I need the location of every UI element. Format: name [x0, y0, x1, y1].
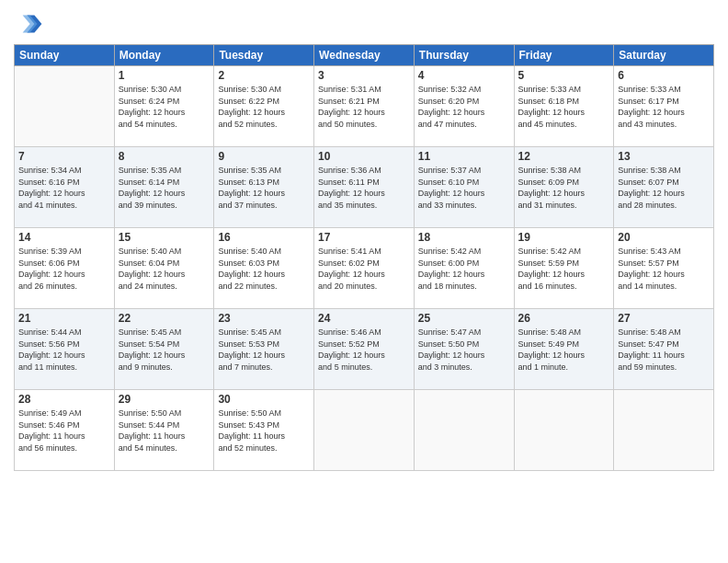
day-info: Sunrise: 5:40 AM Sunset: 6:03 PM Dayligh… [218, 246, 310, 292]
page: SundayMondayTuesdayWednesdayThursdayFrid… [0, 0, 728, 563]
day-info: Sunrise: 5:38 AM Sunset: 6:07 PM Dayligh… [618, 165, 710, 211]
day-info: Sunrise: 5:34 AM Sunset: 6:16 PM Dayligh… [18, 165, 110, 211]
day-info: Sunrise: 5:32 AM Sunset: 6:20 PM Dayligh… [418, 84, 510, 130]
calendar-cell: 10Sunrise: 5:36 AM Sunset: 6:11 PM Dayli… [314, 147, 415, 228]
calendar-cell: 2Sunrise: 5:30 AM Sunset: 6:22 PM Daylig… [214, 66, 314, 147]
day-header-tuesday: Tuesday [214, 45, 314, 66]
day-number: 1 [119, 69, 210, 82]
day-number: 6 [618, 69, 710, 82]
day-number: 23 [218, 312, 310, 325]
calendar-table: SundayMondayTuesdayWednesdayThursdayFrid… [14, 44, 714, 471]
header [14, 9, 714, 39]
day-number: 27 [618, 312, 710, 325]
day-number: 29 [119, 393, 210, 406]
calendar-cell: 12Sunrise: 5:38 AM Sunset: 6:09 PM Dayli… [514, 147, 614, 228]
calendar-cell: 25Sunrise: 5:47 AM Sunset: 5:50 PM Dayli… [414, 309, 514, 390]
day-header-saturday: Saturday [614, 45, 714, 66]
calendar-cell: 30Sunrise: 5:50 AM Sunset: 5:43 PM Dayli… [214, 390, 314, 471]
calendar-cell [514, 390, 614, 471]
day-info: Sunrise: 5:42 AM Sunset: 5:59 PM Dayligh… [518, 246, 610, 292]
calendar-cell [15, 66, 115, 147]
day-number: 15 [119, 231, 210, 244]
calendar-cell: 14Sunrise: 5:39 AM Sunset: 6:06 PM Dayli… [15, 228, 115, 309]
day-number: 2 [218, 69, 310, 82]
day-info: Sunrise: 5:35 AM Sunset: 6:14 PM Dayligh… [119, 165, 210, 211]
day-number: 26 [518, 312, 610, 325]
day-header-sunday: Sunday [15, 45, 115, 66]
day-number: 10 [318, 150, 410, 163]
day-number: 4 [418, 69, 510, 82]
day-number: 20 [618, 231, 710, 244]
calendar-cell [614, 390, 714, 471]
day-info: Sunrise: 5:37 AM Sunset: 6:10 PM Dayligh… [418, 165, 510, 211]
calendar-cell: 27Sunrise: 5:48 AM Sunset: 5:47 PM Dayli… [614, 309, 714, 390]
day-number: 12 [518, 150, 610, 163]
day-info: Sunrise: 5:33 AM Sunset: 6:17 PM Dayligh… [618, 84, 710, 130]
calendar-cell: 20Sunrise: 5:43 AM Sunset: 5:57 PM Dayli… [614, 228, 714, 309]
day-number: 21 [18, 312, 110, 325]
day-info: Sunrise: 5:45 AM Sunset: 5:54 PM Dayligh… [119, 327, 210, 373]
calendar-cell: 13Sunrise: 5:38 AM Sunset: 6:07 PM Dayli… [614, 147, 714, 228]
day-info: Sunrise: 5:49 AM Sunset: 5:46 PM Dayligh… [18, 408, 110, 454]
day-number: 22 [119, 312, 210, 325]
day-info: Sunrise: 5:40 AM Sunset: 6:04 PM Dayligh… [119, 246, 210, 292]
day-number: 18 [418, 231, 510, 244]
calendar-cell: 26Sunrise: 5:48 AM Sunset: 5:49 PM Dayli… [514, 309, 614, 390]
day-number: 28 [18, 393, 110, 406]
calendar-cell [314, 390, 415, 471]
day-info: Sunrise: 5:35 AM Sunset: 6:13 PM Dayligh… [218, 165, 310, 211]
day-number: 5 [518, 69, 610, 82]
calendar-cell: 5Sunrise: 5:33 AM Sunset: 6:18 PM Daylig… [514, 66, 614, 147]
day-info: Sunrise: 5:41 AM Sunset: 6:02 PM Dayligh… [318, 246, 410, 292]
day-info: Sunrise: 5:43 AM Sunset: 5:57 PM Dayligh… [618, 246, 710, 292]
day-number: 7 [18, 150, 110, 163]
day-info: Sunrise: 5:46 AM Sunset: 5:52 PM Dayligh… [318, 327, 410, 373]
day-number: 19 [518, 231, 610, 244]
calendar-cell: 24Sunrise: 5:46 AM Sunset: 5:52 PM Dayli… [314, 309, 415, 390]
day-info: Sunrise: 5:47 AM Sunset: 5:50 PM Dayligh… [418, 327, 510, 373]
calendar-cell: 18Sunrise: 5:42 AM Sunset: 6:00 PM Dayli… [414, 228, 514, 309]
logo-icon [14, 9, 43, 39]
day-number: 24 [318, 312, 410, 325]
calendar-cell: 11Sunrise: 5:37 AM Sunset: 6:10 PM Dayli… [414, 147, 514, 228]
calendar-cell: 7Sunrise: 5:34 AM Sunset: 6:16 PM Daylig… [15, 147, 115, 228]
calendar-cell: 9Sunrise: 5:35 AM Sunset: 6:13 PM Daylig… [214, 147, 314, 228]
calendar-cell: 19Sunrise: 5:42 AM Sunset: 5:59 PM Dayli… [514, 228, 614, 309]
day-info: Sunrise: 5:38 AM Sunset: 6:09 PM Dayligh… [518, 165, 610, 211]
calendar-cell: 3Sunrise: 5:31 AM Sunset: 6:21 PM Daylig… [314, 66, 415, 147]
day-info: Sunrise: 5:31 AM Sunset: 6:21 PM Dayligh… [318, 84, 410, 130]
day-number: 3 [318, 69, 410, 82]
calendar-cell: 22Sunrise: 5:45 AM Sunset: 5:54 PM Dayli… [114, 309, 214, 390]
day-number: 8 [119, 150, 210, 163]
day-info: Sunrise: 5:36 AM Sunset: 6:11 PM Dayligh… [318, 165, 410, 211]
calendar-cell [414, 390, 514, 471]
day-header-wednesday: Wednesday [314, 45, 415, 66]
day-number: 25 [418, 312, 510, 325]
day-number: 30 [218, 393, 310, 406]
day-info: Sunrise: 5:50 AM Sunset: 5:43 PM Dayligh… [218, 408, 310, 454]
day-info: Sunrise: 5:48 AM Sunset: 5:49 PM Dayligh… [518, 327, 610, 373]
day-header-friday: Friday [514, 45, 614, 66]
calendar-cell: 6Sunrise: 5:33 AM Sunset: 6:17 PM Daylig… [614, 66, 714, 147]
day-number: 9 [218, 150, 310, 163]
day-number: 14 [18, 231, 110, 244]
day-header-monday: Monday [114, 45, 214, 66]
calendar-cell: 29Sunrise: 5:50 AM Sunset: 5:44 PM Dayli… [114, 390, 214, 471]
day-info: Sunrise: 5:44 AM Sunset: 5:56 PM Dayligh… [18, 327, 110, 373]
calendar-cell: 21Sunrise: 5:44 AM Sunset: 5:56 PM Dayli… [15, 309, 115, 390]
day-info: Sunrise: 5:50 AM Sunset: 5:44 PM Dayligh… [119, 408, 210, 454]
day-info: Sunrise: 5:33 AM Sunset: 6:18 PM Dayligh… [518, 84, 610, 130]
day-info: Sunrise: 5:45 AM Sunset: 5:53 PM Dayligh… [218, 327, 310, 373]
day-number: 11 [418, 150, 510, 163]
calendar-cell: 4Sunrise: 5:32 AM Sunset: 6:20 PM Daylig… [414, 66, 514, 147]
day-info: Sunrise: 5:30 AM Sunset: 6:22 PM Dayligh… [218, 84, 310, 130]
calendar-cell: 15Sunrise: 5:40 AM Sunset: 6:04 PM Dayli… [114, 228, 214, 309]
day-number: 13 [618, 150, 710, 163]
day-info: Sunrise: 5:48 AM Sunset: 5:47 PM Dayligh… [618, 327, 710, 373]
day-info: Sunrise: 5:39 AM Sunset: 6:06 PM Dayligh… [18, 246, 110, 292]
day-header-thursday: Thursday [414, 45, 514, 66]
calendar-cell: 16Sunrise: 5:40 AM Sunset: 6:03 PM Dayli… [214, 228, 314, 309]
day-info: Sunrise: 5:30 AM Sunset: 6:24 PM Dayligh… [119, 84, 210, 130]
day-number: 16 [218, 231, 310, 244]
calendar-cell: 17Sunrise: 5:41 AM Sunset: 6:02 PM Dayli… [314, 228, 415, 309]
